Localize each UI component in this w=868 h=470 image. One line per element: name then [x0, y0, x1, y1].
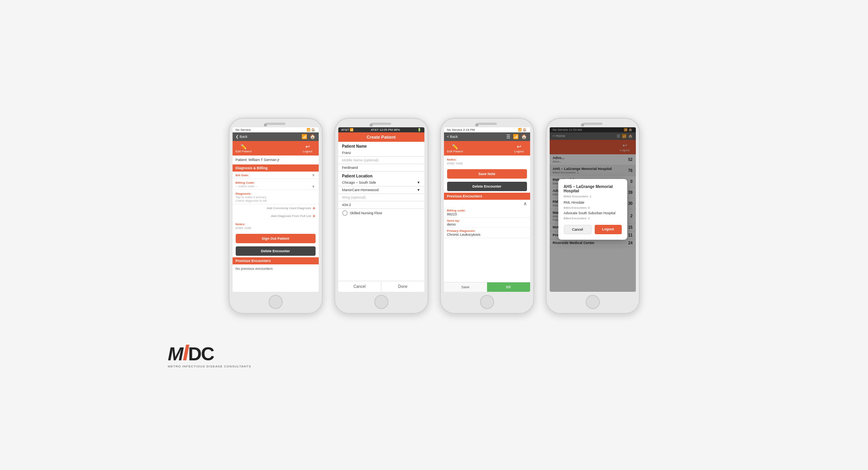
billing-code-arrow: ▼	[312, 184, 316, 189]
diagnosis-row: Diagnosis: Tap to make it primary Check …	[233, 190, 319, 204]
facility-select[interactable]: ManorCare-Homewood ▼	[338, 186, 424, 194]
bill-date-row: Bill Date: ▼	[233, 172, 319, 179]
phone-screen-1: No Service 📶 🏠 ❮ Back 📶 🏠 ✏️ Edit Patien…	[233, 127, 319, 292]
create-patient-header: Create Patient	[338, 132, 424, 142]
billing-code-placeholder: -- select code --	[236, 184, 258, 188]
save-bill-bar: Save Bill	[444, 282, 530, 292]
back-button-1[interactable]: ❮ Back	[236, 135, 248, 139]
modal-cancel-btn[interactable]: Cancel	[564, 225, 592, 234]
add-common-diag[interactable]: Add Commonly Used Diagnosis +	[233, 204, 319, 212]
phone-screen-2: AT&T 📶 AT&T 12:05 PM 86% 🔋 Create Patien…	[338, 127, 424, 292]
notes-placeholder-3[interactable]: enter note	[447, 161, 527, 165]
phone-speaker-3	[477, 123, 497, 125]
home-button-4[interactable]	[586, 295, 600, 309]
modal-item-2: Advocate South Suburban Hospital	[564, 210, 622, 216]
primary-diag-label: Primary Diagnosis:	[447, 229, 527, 233]
logo-M: M	[168, 343, 183, 364]
delete-encounter-btn-3[interactable]: Delete Encounter	[447, 182, 527, 191]
facility-arrow: ▼	[417, 188, 420, 192]
logout-btn-1[interactable]: ↩ Logout	[300, 143, 316, 153]
phone-1: No Service 📶 🏠 ❮ Back 📶 🏠 ✏️ Edit Patien…	[229, 118, 323, 314]
status-bar-1: No Service 📶 🏠	[233, 127, 319, 132]
logout-icon-3: ↩	[511, 143, 527, 150]
billing-code-label: Billing Code:	[236, 181, 255, 184]
app-header-3: ✏️ Edit Patient ↩ Logout	[444, 141, 530, 155]
nav-icons-1: 📶 🏠	[301, 134, 316, 139]
floor-radio[interactable]	[342, 210, 348, 216]
prev-enc-title: Previous Encounters	[236, 259, 271, 263]
modal-box: AHS – LaGrange Memorial Hospital Billed …	[558, 179, 627, 240]
wing-input[interactable]: Wing (optional)	[338, 194, 424, 201]
billing-code-row: Billing Code: -- select code -- ▼	[233, 179, 319, 190]
home-button-1[interactable]	[269, 295, 283, 309]
notes-area-1: Notes: enter note	[233, 220, 319, 232]
home-button-3[interactable]	[480, 295, 494, 309]
modal-logout-btn[interactable]: Logout	[595, 225, 622, 234]
floor-label: Skilled Nursing Floor	[350, 211, 383, 215]
diagnosis-hint1: Tap to make it primary	[236, 195, 316, 199]
collapse-btn[interactable]: ∧	[444, 200, 530, 208]
add-full-diag[interactable]: Add Diagnosis From Full List +	[233, 212, 319, 220]
phones-row: No Service 📶 🏠 ❮ Back 📶 🏠 ✏️ Edit Patien…	[229, 102, 640, 329]
save-btn-3[interactable]: Save	[444, 282, 487, 292]
modal-overlay: AHS – LaGrange Memorial Hospital Billed …	[550, 127, 636, 292]
modal-item-1: Billed Encounters: 8	[564, 205, 622, 210]
home-icon-1[interactable]: 🏠	[310, 134, 316, 139]
home-icon-3[interactable]: 🏠	[521, 134, 527, 139]
location-arrow: ▼	[417, 181, 420, 184]
location-value: Chicago – South Side	[342, 181, 376, 184]
edit-patient-btn-1[interactable]: ✏️ Edit Patient	[236, 143, 252, 153]
home-button-2[interactable]	[374, 295, 388, 309]
cancel-btn-2[interactable]: Cancel	[338, 281, 382, 292]
logout-btn-3[interactable]: ↩ Logout	[511, 143, 527, 153]
logout-icon-1: ↩	[300, 143, 316, 150]
save-note-btn[interactable]: Save Note	[447, 169, 527, 179]
midc-logo-text: MIDC	[168, 341, 214, 364]
diagnosis-title: Diagnosis & Billing	[236, 166, 268, 170]
sign-out-btn[interactable]: Sign Out Patient	[236, 234, 316, 243]
last-name-input[interactable]: Ferdinand	[338, 164, 424, 172]
phone-speaker-4	[583, 123, 603, 125]
bill-date-label: Bill Date:	[236, 174, 249, 177]
patient-name-section: Patient Name	[338, 142, 424, 149]
midc-logo-area: MIDC METRO INFECTIOUS DISEASE CONSULTANT…	[160, 341, 251, 368]
room-input[interactable]: 434-2	[338, 201, 424, 209]
nav-icons-3: ☰ 📶 🏠	[506, 134, 527, 139]
phone-screen-3: No Service 2:19 PM 📶 🏠 < Back ☰ 📶 🏠 ✏️	[444, 127, 530, 292]
edit-patient-btn-3[interactable]: ✏️ Edit Patient	[447, 143, 463, 153]
first-name-input[interactable]: Franz	[338, 149, 424, 157]
edit-label-3: Edit Patient	[447, 150, 463, 153]
done-btn-2[interactable]: Done	[381, 281, 424, 292]
screen-content-1: Patient: William T German jr Diagnosis &…	[233, 155, 319, 292]
phone-speaker-1	[266, 123, 285, 125]
status-signal-3: No Service 2:19 PM	[447, 128, 475, 132]
status-carrier-2: AT&T 📶	[341, 128, 354, 132]
location-select[interactable]: Chicago – South Side ▼	[338, 179, 424, 186]
prev-enc-title-3: Previous Encounters	[447, 194, 482, 198]
add-common-plus-icon: +	[312, 206, 315, 211]
edit-icon-1: ✏️	[236, 143, 252, 150]
delete-encounter-btn-1[interactable]: Delete Encounter	[236, 246, 316, 256]
edit-icon-3: ✏️	[447, 143, 463, 150]
floor-item: Skilled Nursing Floor	[338, 209, 424, 217]
add-common-diag-text: Add Commonly Used Diagnosis	[267, 206, 311, 210]
middle-name-input[interactable]: Middle Name (optional)	[338, 157, 424, 164]
status-bar-3: No Service 2:19 PM 📶 🏠	[444, 127, 530, 132]
billing-code-select[interactable]: -- select code -- ▼	[236, 184, 316, 188]
screen-content-2: Patient Name Franz Middle Name (optional…	[338, 142, 424, 281]
add-full-plus-icon: +	[312, 213, 315, 219]
back-button-3[interactable]: < Back	[447, 135, 458, 139]
status-icons-3: 📶 🏠	[518, 128, 527, 132]
phone-camera-2	[370, 123, 373, 127]
create-patient-title: Create Patient	[367, 135, 396, 139]
edit-label-1: Edit Patient	[236, 150, 252, 153]
status-bar-2: AT&T 📶 AT&T 12:05 PM 86% 🔋	[338, 127, 424, 132]
status-icons-1: 📶 🏠	[307, 128, 315, 132]
bill-btn-3[interactable]: Bill	[487, 282, 530, 292]
primary-diag-row: Primary Diagnosis: Chronic Leukocytosis	[444, 228, 530, 238]
modal-item-0: RML Hinsdale	[564, 200, 622, 205]
prev-enc-header: Previous Encounters	[233, 257, 319, 264]
cp-bottom-btns: Cancel Done	[338, 281, 424, 292]
notes-placeholder-1[interactable]: enter note	[236, 226, 316, 230]
billing-code-label-3: Billing code:	[447, 209, 527, 212]
